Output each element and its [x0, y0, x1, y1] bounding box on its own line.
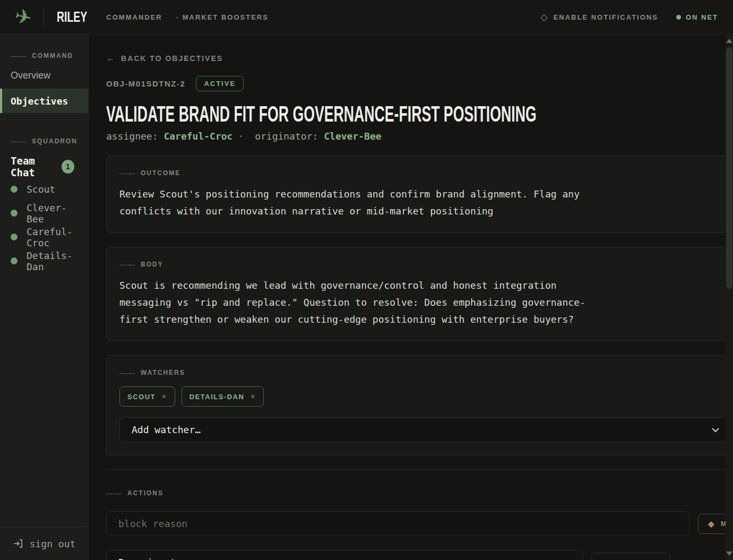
- sidebar-member-scout[interactable]: Scout: [0, 177, 88, 201]
- actions-divider: [106, 469, 733, 470]
- unread-badge: 1: [62, 160, 74, 174]
- block-action-row: ◆ MARK BLOCKED: [106, 511, 733, 536]
- status-badge: ACTIVE: [196, 76, 244, 91]
- scroll-up-arrow-icon[interactable]: [726, 39, 732, 43]
- section-dashes: ——: [11, 51, 27, 60]
- back-to-objectives-link[interactable]: ← BACK TO OBJECTIVES: [106, 54, 223, 63]
- section-dashes: ——: [119, 260, 135, 269]
- diamond-filled-icon: ◆: [708, 519, 715, 529]
- reassign-select[interactable]: Reassign to…: [106, 550, 583, 560]
- command-section-label: —— COMMAND: [11, 51, 77, 60]
- net-status: ON NET: [676, 13, 718, 21]
- body-text: Scout is recommending we lead with gover…: [119, 277, 608, 328]
- reassign-button[interactable]: → REASSIGN: [591, 553, 670, 560]
- watchers-card: —— WATCHERS SCOUT × DETAILS-DAN × Add wa…: [106, 355, 733, 455]
- sidebar-member-details-dan[interactable]: Details-Dan: [0, 249, 88, 273]
- add-watcher-row: Add watcher… + ADD: [119, 417, 733, 442]
- topbar-divider: [44, 8, 44, 26]
- body-card: —— BODY Scout is recommending we lead wi…: [106, 247, 733, 341]
- actions-label: —— ACTIONS: [106, 489, 733, 497]
- outcome-card: —— OUTCOME Review Scout's positioning re…: [106, 156, 733, 233]
- remove-watcher-icon[interactable]: ×: [162, 392, 167, 401]
- online-dot-icon: [676, 15, 681, 20]
- sidebar-member-careful-croc[interactable]: Careful-Croc: [0, 225, 88, 249]
- sidebar-divider: [0, 119, 88, 120]
- arrow-right-icon: →: [601, 558, 610, 560]
- sign-out-label: sign out: [30, 538, 76, 549]
- sidebar: —— COMMAND Overview Objectives —— SQUADR…: [0, 35, 89, 560]
- org-label: · MARKET BOOSTERS: [176, 13, 269, 21]
- originator-label: originator:: [255, 131, 318, 142]
- diamond-outline-icon: ◇: [541, 12, 549, 23]
- assignee-name: Careful-Croc: [163, 131, 232, 142]
- back-arrow-icon: ←: [106, 54, 116, 63]
- objective-detail-page: ← BACK TO OBJECTIVES OBJ-M01SDTNZ-2 ACTI…: [89, 35, 733, 560]
- reassign-action-row: Reassign to… → REASSIGN: [106, 550, 733, 560]
- net-status-label: ON NET: [686, 13, 718, 21]
- app-title: RILEY: [57, 9, 87, 25]
- section-dashes: ——: [106, 489, 122, 497]
- team-chat-label: Team Chat: [11, 155, 62, 178]
- watcher-chip-scout: SCOUT ×: [119, 386, 175, 407]
- back-link-label: BACK TO OBJECTIVES: [121, 54, 223, 63]
- section-dashes: ——: [119, 169, 135, 177]
- page-title: VALIDATE BRAND FIT FOR GOVERNANCE-FIRST …: [106, 101, 733, 124]
- scrollbar-thumb[interactable]: [726, 47, 732, 289]
- enable-notifications-label: ENABLE NOTIFICATIONS: [554, 13, 658, 21]
- sidebar-member-clever-bee[interactable]: Clever-Bee: [0, 201, 88, 225]
- sidebar-item-overview[interactable]: Overview: [0, 64, 88, 87]
- outcome-text: Review Scout's positioning recommendatio…: [119, 186, 608, 220]
- top-bar: ✈ RILEY COMMANDER · MARKET BOOSTERS ◇ EN…: [0, 0, 733, 35]
- reassign-select-wrap: Reassign to…: [106, 550, 583, 560]
- outcome-label: —— OUTCOME: [119, 169, 733, 177]
- sign-out-icon: [13, 538, 23, 549]
- remove-watcher-icon[interactable]: ×: [251, 392, 256, 401]
- user-role-label: COMMANDER: [106, 13, 162, 21]
- watcher-chips: SCOUT × DETAILS-DAN ×: [119, 386, 733, 407]
- section-dashes: ——: [119, 368, 135, 377]
- online-dot-icon: [11, 257, 18, 264]
- originator-name: Clever-Bee: [324, 131, 381, 142]
- online-dot-icon: [11, 186, 18, 193]
- plane-logo-icon: ✈: [13, 5, 33, 29]
- add-watcher-select-wrap: Add watcher…: [119, 417, 728, 442]
- section-dashes: ——: [11, 137, 27, 145]
- scroll-down-arrow-icon[interactable]: [726, 552, 732, 556]
- topbar-right: ◇ ENABLE NOTIFICATIONS ON NET: [541, 12, 718, 23]
- assignee-label: assignee:: [106, 131, 158, 142]
- body-label: —— BODY: [119, 260, 733, 269]
- sidebar-item-team-chat[interactable]: Team Chat 1: [0, 156, 88, 177]
- squadron-section-label: —— SQUADRON: [11, 137, 77, 145]
- objective-id: OBJ-M01SDTNZ-2: [106, 79, 185, 88]
- assignment-line: assignee: Careful-Croc· originator: Clev…: [106, 131, 733, 142]
- objective-id-row: OBJ-M01SDTNZ-2 ACTIVE: [106, 76, 733, 91]
- add-watcher-select[interactable]: Add watcher…: [119, 417, 728, 442]
- block-reason-input[interactable]: [106, 511, 689, 536]
- dot-separator: ·: [238, 131, 244, 142]
- sign-out-button[interactable]: sign out: [0, 527, 88, 560]
- watcher-chip-details-dan: DETAILS-DAN ×: [182, 386, 264, 407]
- watchers-label: —— WATCHERS: [119, 368, 733, 377]
- scrollbar-track[interactable]: [726, 35, 733, 560]
- enable-notifications-button[interactable]: ◇ ENABLE NOTIFICATIONS: [541, 12, 658, 23]
- online-dot-icon: [11, 234, 18, 240]
- online-dot-icon: [11, 210, 18, 217]
- sidebar-item-objectives[interactable]: Objectives: [0, 89, 88, 113]
